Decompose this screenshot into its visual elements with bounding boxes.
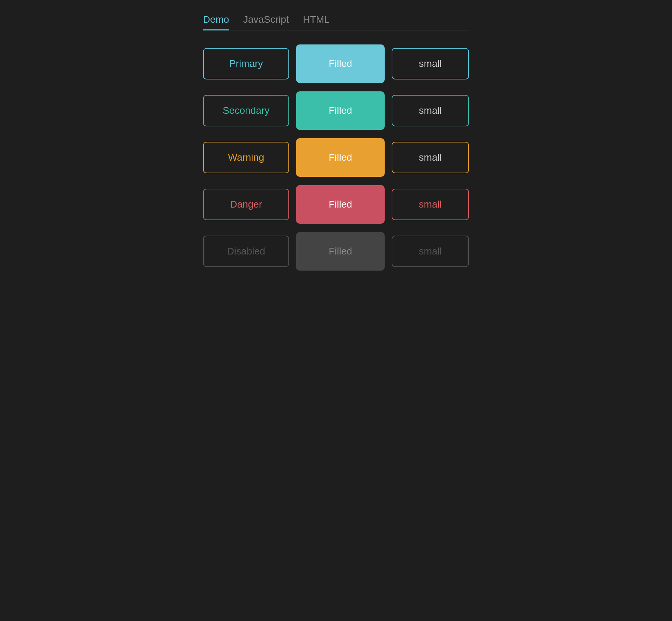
button-grid: Primary Filled small Secondary Filled sm… xyxy=(203,44,469,271)
primary-row: Primary Filled small xyxy=(203,44,469,83)
warning-small-button[interactable]: small xyxy=(392,142,469,173)
disabled-filled-button: Filled xyxy=(296,232,385,271)
main-container: Demo JavaScript HTML Primary Filled smal… xyxy=(203,14,469,271)
secondary-row: Secondary Filled small xyxy=(203,91,469,130)
secondary-outline-button[interactable]: Secondary xyxy=(203,95,289,126)
danger-small-button[interactable]: small xyxy=(392,189,469,220)
disabled-small-button: small xyxy=(392,236,469,267)
warning-filled-button[interactable]: Filled xyxy=(296,138,385,177)
secondary-small-button[interactable]: small xyxy=(392,95,469,126)
tab-bar: Demo JavaScript HTML xyxy=(203,14,469,30)
danger-filled-button[interactable]: Filled xyxy=(296,185,385,224)
primary-small-button[interactable]: small xyxy=(392,48,469,79)
disabled-outline-button: Disabled xyxy=(203,236,289,267)
primary-outline-button[interactable]: Primary xyxy=(203,48,289,79)
primary-filled-button[interactable]: Filled xyxy=(296,44,385,83)
tab-demo[interactable]: Demo xyxy=(203,14,229,30)
danger-row: Danger Filled small xyxy=(203,185,469,224)
disabled-row: Disabled Filled small xyxy=(203,232,469,271)
warning-row: Warning Filled small xyxy=(203,138,469,177)
tab-html[interactable]: HTML xyxy=(303,14,329,30)
danger-outline-button[interactable]: Danger xyxy=(203,189,289,220)
secondary-filled-button[interactable]: Filled xyxy=(296,91,385,130)
tab-javascript[interactable]: JavaScript xyxy=(243,14,289,30)
warning-outline-button[interactable]: Warning xyxy=(203,142,289,173)
